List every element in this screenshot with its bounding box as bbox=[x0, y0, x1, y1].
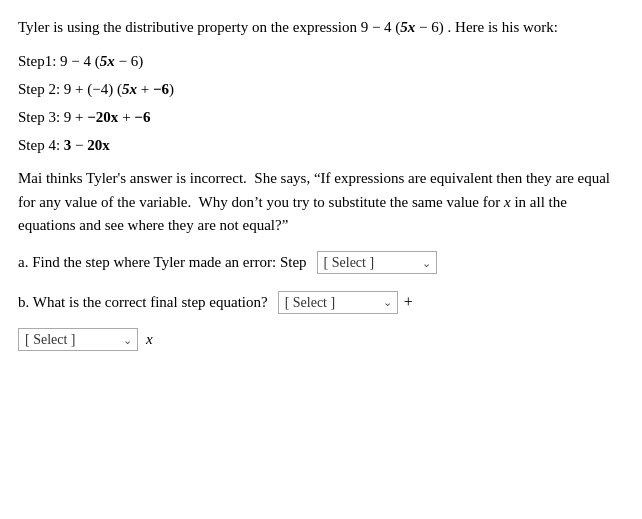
bottom-row: [ Select ] 1 2 3 4 5 ⌄ x bbox=[18, 328, 624, 351]
step1-label: Step1: bbox=[18, 53, 56, 69]
step4-label: Step 4: bbox=[18, 137, 60, 153]
step2: Step 2: 9 + (−4) (5x + −6) bbox=[18, 77, 624, 101]
x-variable-label: x bbox=[146, 328, 153, 351]
step3: Step 3: 9 + −20x + −6 bbox=[18, 105, 624, 129]
bottom-select[interactable]: [ Select ] 1 2 3 4 5 bbox=[18, 328, 138, 351]
bottom-select-container: [ Select ] 1 2 3 4 5 ⌄ bbox=[18, 328, 138, 351]
question-a-select-container: [ Select ] Step 1 Step 2 Step 3 Step 4 ⌄ bbox=[317, 251, 437, 274]
problem-intro: Tyler is using the distributive property… bbox=[18, 16, 624, 39]
question-b-select[interactable]: [ Select ] 3 − 20x 3 + 20x 15 − 20x 9 − … bbox=[278, 291, 398, 314]
question-b-select-container: [ Select ] 3 − 20x 3 + 20x 15 − 20x 9 − … bbox=[278, 291, 398, 314]
question-a-label: a. Find the step where Tyler made an err… bbox=[18, 251, 307, 274]
step3-label: Step 3: bbox=[18, 109, 60, 125]
mai-explanation: Mai thinks Tyler's answer is incorrect. … bbox=[18, 167, 624, 237]
question-a-select-wrapper: [ Select ] Step 1 Step 2 Step 3 Step 4 ⌄ bbox=[317, 251, 437, 274]
step1: Step1: 9 − 4 (5x − 6) bbox=[18, 49, 624, 73]
step2-label: Step 2: bbox=[18, 81, 60, 97]
question-b-row: b. What is the correct final step equati… bbox=[18, 290, 624, 314]
question-a-row: a. Find the step where Tyler made an err… bbox=[18, 251, 624, 274]
question-b-select-wrapper: [ Select ] 3 − 20x 3 + 20x 15 − 20x 9 − … bbox=[278, 291, 398, 314]
question-a-select[interactable]: [ Select ] Step 1 Step 2 Step 3 Step 4 bbox=[317, 251, 437, 274]
step4: Step 4: 3 − 20x bbox=[18, 133, 624, 157]
plus-sign: + bbox=[404, 290, 413, 314]
question-b-label: b. What is the correct final step equati… bbox=[18, 291, 268, 314]
